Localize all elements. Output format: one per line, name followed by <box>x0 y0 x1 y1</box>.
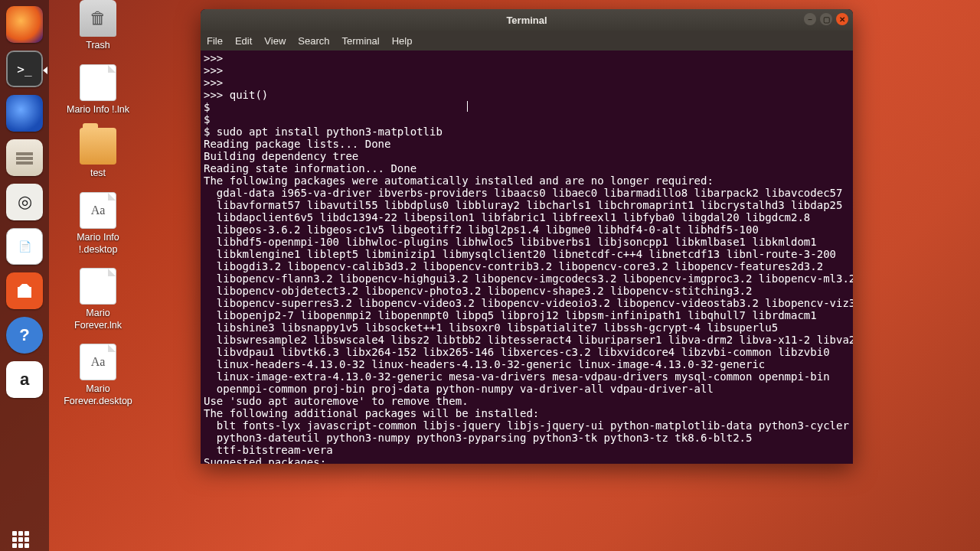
window-titlebar[interactable]: Terminal – ▢ ✕ <box>201 9 853 31</box>
launcher-terminal[interactable]: >_ <box>6 51 43 87</box>
svg-rect-3 <box>18 287 31 298</box>
desktop-icon-trash[interactable]: 🗑 Trash <box>64 0 132 52</box>
launcher-software[interactable] <box>6 272 43 309</box>
window-close-button[interactable]: ✕ <box>836 13 848 25</box>
svg-rect-0 <box>16 152 33 155</box>
file-icon <box>80 268 116 305</box>
window-controls: – ▢ ✕ <box>804 13 848 25</box>
terminal-text-cursor <box>467 101 468 112</box>
file-icon: Aa <box>80 192 116 229</box>
folder-icon <box>80 128 116 165</box>
launcher-amazon[interactable]: a <box>6 361 43 398</box>
desktop-icon-label: Trash <box>86 40 110 52</box>
desktop-icon-test-folder[interactable]: test <box>64 128 132 180</box>
desktop-icon-label: Mario Forever.lnk <box>64 308 132 331</box>
menu-edit[interactable]: Edit <box>235 35 252 47</box>
window-maximize-button[interactable]: ▢ <box>820 13 832 25</box>
menu-search[interactable]: Search <box>298 35 329 47</box>
launcher-firefox[interactable] <box>6 6 43 43</box>
launcher-thunderbird[interactable] <box>6 95 43 132</box>
desktop-icons: 🗑 Trash Mario Info !.lnk test Aa Mario I… <box>64 0 132 408</box>
trash-icon: 🗑 <box>80 0 116 37</box>
desktop-icon-mario-forever-desktop[interactable]: Aa Mario Forever.desktop <box>64 344 132 407</box>
terminal-window: Terminal – ▢ ✕ File Edit View Search Ter… <box>201 9 853 464</box>
launcher-active-indicator <box>43 67 47 74</box>
window-minimize-button[interactable]: – <box>804 13 816 25</box>
file-icon: Aa <box>80 344 116 380</box>
launcher-files[interactable] <box>6 139 43 176</box>
launcher-dock: >_ ◎ 📄 ? a <box>0 0 49 551</box>
show-applications-button[interactable] <box>12 531 29 548</box>
launcher-writer[interactable]: 📄 <box>6 228 43 265</box>
desktop-icon-mario-info-lnk[interactable]: Mario Info !.lnk <box>64 64 132 116</box>
launcher-rhythmbox[interactable]: ◎ <box>6 184 43 220</box>
terminal-content[interactable]: >>> >>> >>> >>> quit() $ $ $ sudo apt in… <box>201 51 853 464</box>
terminal-menubar: File Edit View Search Terminal Help <box>201 31 853 51</box>
desktop-icon-label: test <box>90 168 106 180</box>
svg-rect-1 <box>16 157 33 160</box>
svg-rect-2 <box>16 161 33 165</box>
window-title: Terminal <box>506 15 547 26</box>
desktop-icon-label: Mario Info !.desktop <box>64 232 132 256</box>
desktop-icon-mario-forever-lnk[interactable]: Mario Forever.lnk <box>64 268 132 331</box>
desktop-icon-label: Mario Forever.desktop <box>64 383 132 407</box>
desktop-icon-label: Mario Info !.lnk <box>67 104 129 116</box>
menu-file[interactable]: File <box>207 35 223 47</box>
menu-view[interactable]: View <box>264 35 286 47</box>
menu-terminal[interactable]: Terminal <box>342 35 380 47</box>
menu-help[interactable]: Help <box>392 35 413 47</box>
desktop-icon-mario-info-desktop[interactable]: Aa Mario Info !.desktop <box>64 192 132 256</box>
file-icon <box>80 64 116 101</box>
launcher-help[interactable]: ? <box>6 317 43 354</box>
